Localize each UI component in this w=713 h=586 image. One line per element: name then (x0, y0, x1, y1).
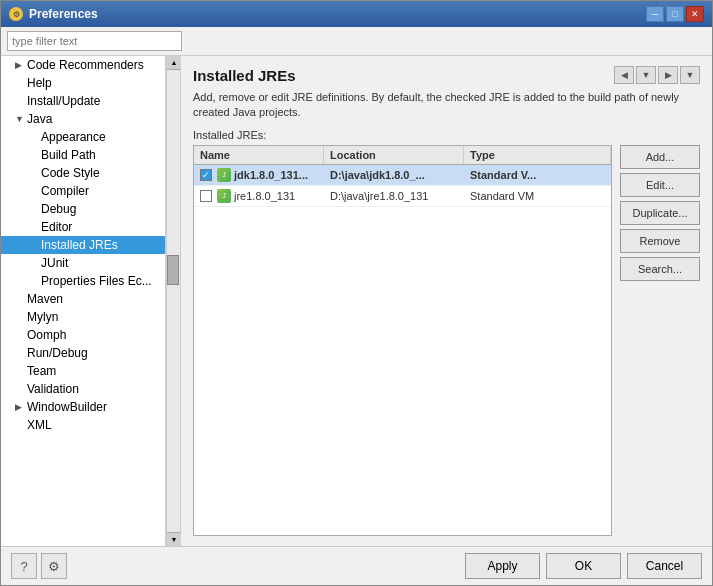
ok-button[interactable]: OK (546, 553, 621, 579)
sidebar-item-label: Validation (27, 382, 79, 396)
sidebar-item-code-recommenders[interactable]: ▶ Code Recommenders (1, 56, 165, 74)
scroll-track (167, 70, 180, 532)
sidebar-item-debug[interactable]: Debug (1, 200, 165, 218)
window-icon: ⚙ (9, 7, 23, 21)
expand-icon: ▶ (15, 60, 25, 70)
scroll-up-btn[interactable]: ▲ (167, 56, 181, 70)
add-button[interactable]: Add... (620, 145, 700, 169)
duplicate-button[interactable]: Duplicate... (620, 201, 700, 225)
apply-button[interactable]: Apply (465, 553, 540, 579)
nav-forward-btn[interactable]: ▶ (658, 66, 678, 84)
sidebar-item-run-debug[interactable]: Run/Debug (1, 344, 165, 362)
jre-cell-location: D:\java\jdk1.8.0_... (324, 166, 464, 184)
nav-dropdown-btn[interactable]: ▼ (636, 66, 656, 84)
sidebar-item-label: Properties Files Ec... (41, 274, 152, 288)
sidebar-item-editor[interactable]: Editor (1, 218, 165, 236)
sidebar-item-label: WindowBuilder (27, 400, 107, 414)
jre-table: Name Location Type ✓ J jdk1.8.0_131... (193, 145, 612, 536)
help-icon: ? (20, 559, 27, 574)
minimize-button[interactable]: ─ (646, 6, 664, 22)
scroll-thumb[interactable] (167, 255, 179, 285)
jre-action-buttons: Add... Edit... Duplicate... Remove Searc… (620, 145, 700, 536)
sidebar-item-windowbuilder[interactable]: ▶ WindowBuilder (1, 398, 165, 416)
nav-back-btn[interactable]: ◀ (614, 66, 634, 84)
remove-button[interactable]: Remove (620, 229, 700, 253)
table-row[interactable]: ✓ J jdk1.8.0_131... D:\java\jdk1.8.0_...… (194, 165, 611, 186)
spacer-icon (29, 240, 39, 250)
spacer-icon (29, 150, 39, 160)
jre-checkbox[interactable]: ✓ (200, 169, 212, 181)
spacer-icon (29, 204, 39, 214)
sidebar-item-label: Team (27, 364, 56, 378)
window-title: Preferences (29, 7, 98, 21)
jre-cell-type: Standard VM (464, 187, 611, 205)
sidebar-item-label: Oomph (27, 328, 66, 342)
spacer-icon (15, 330, 25, 340)
sidebar-item-label: Code Recommenders (27, 58, 144, 72)
sidebar-item-compiler[interactable]: Compiler (1, 182, 165, 200)
jre-cell-name: ✓ J jdk1.8.0_131... (194, 165, 324, 185)
sidebar-item-junit[interactable]: JUnit (1, 254, 165, 272)
sidebar-item-oomph[interactable]: Oomph (1, 326, 165, 344)
sidebar-item-install-update[interactable]: Install/Update (1, 92, 165, 110)
sidebar-item-appearance[interactable]: Appearance (1, 128, 165, 146)
spacer-icon (29, 276, 39, 286)
preferences-window: ⚙ Preferences ─ □ ✕ ▶ Code Recommenders … (0, 0, 713, 586)
jre-icon: J (217, 189, 231, 203)
spacer-icon (15, 384, 25, 394)
sidebar-item-build-path[interactable]: Build Path (1, 146, 165, 164)
bottom-left: ? ⚙ (11, 553, 67, 579)
expand-icon: ▶ (15, 402, 25, 412)
sidebar-item-xml[interactable]: XML (1, 416, 165, 434)
jre-cell-type: Standard V... (464, 166, 611, 184)
spacer-icon (29, 132, 39, 142)
sidebar-item-label: Install/Update (27, 94, 100, 108)
sidebar-item-maven[interactable]: Maven (1, 290, 165, 308)
sidebar-item-validation[interactable]: Validation (1, 380, 165, 398)
bottom-bar: ? ⚙ Apply OK Cancel (1, 546, 712, 585)
sidebar-scrollbar[interactable]: ▲ ▼ (166, 56, 180, 546)
bottom-right: Apply OK Cancel (465, 553, 702, 579)
jre-checkbox[interactable] (200, 190, 212, 202)
jre-name-text: jre1.8.0_131 (234, 190, 295, 202)
sidebar-item-label: Java (27, 112, 52, 126)
sidebar-item-code-style[interactable]: Code Style (1, 164, 165, 182)
sidebar-item-help[interactable]: Help (1, 74, 165, 92)
jre-icon: J (217, 168, 231, 182)
spacer-icon (29, 222, 39, 232)
sidebar-item-properties-files[interactable]: Properties Files Ec... (1, 272, 165, 290)
search-button[interactable]: Search... (620, 257, 700, 281)
title-bar: ⚙ Preferences ─ □ ✕ (1, 1, 712, 27)
sidebar-item-label: Editor (41, 220, 72, 234)
sidebar-item-label: Debug (41, 202, 76, 216)
sidebar-item-installed-jres[interactable]: Installed JREs (1, 236, 165, 254)
sidebar-item-label: Compiler (41, 184, 89, 198)
close-button[interactable]: ✕ (686, 6, 704, 22)
search-input[interactable] (7, 31, 182, 51)
edit-button[interactable]: Edit... (620, 173, 700, 197)
search-bar (1, 27, 712, 56)
help-button[interactable]: ? (11, 553, 37, 579)
jre-table-header: Name Location Type (194, 146, 611, 165)
title-controls: ─ □ ✕ (646, 6, 704, 22)
table-row[interactable]: J jre1.8.0_131 D:\java\jre1.8.0_131 Stan… (194, 186, 611, 207)
spacer-icon (29, 258, 39, 268)
spacer-icon (15, 420, 25, 430)
nav-forward-dropdown-btn[interactable]: ▼ (680, 66, 700, 84)
col-header-location[interactable]: Location (324, 146, 464, 164)
col-header-name[interactable]: Name (194, 146, 324, 164)
sidebar-item-team[interactable]: Team (1, 362, 165, 380)
col-header-type[interactable]: Type (464, 146, 611, 164)
spacer-icon (15, 366, 25, 376)
maximize-button[interactable]: □ (666, 6, 684, 22)
sidebar-item-java[interactable]: ▼ Java (1, 110, 165, 128)
settings-button[interactable]: ⚙ (41, 553, 67, 579)
sidebar: ▶ Code Recommenders Help Install/Update … (1, 56, 166, 546)
main-content: ▶ Code Recommenders Help Install/Update … (1, 56, 712, 546)
installed-jres-label: Installed JREs: (193, 129, 700, 141)
spacer-icon (29, 186, 39, 196)
cancel-button[interactable]: Cancel (627, 553, 702, 579)
scroll-down-btn[interactable]: ▼ (167, 532, 181, 546)
sidebar-item-label: Run/Debug (27, 346, 88, 360)
sidebar-item-mylyn[interactable]: Mylyn (1, 308, 165, 326)
